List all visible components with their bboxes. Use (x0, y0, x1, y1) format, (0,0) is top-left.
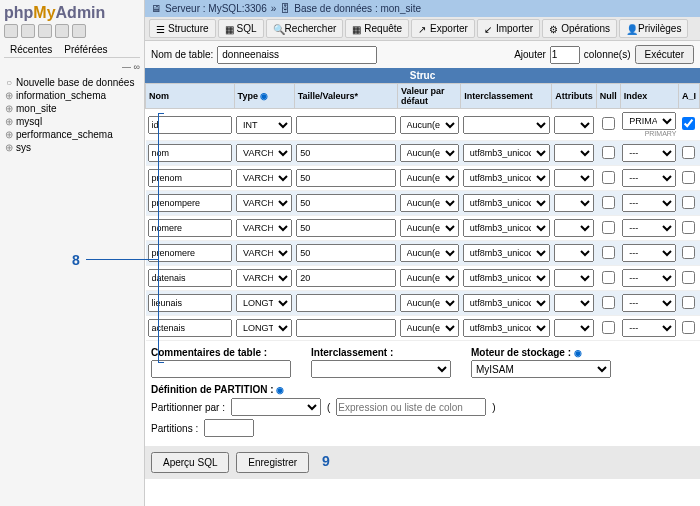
help-icon[interactable]: ◉ (276, 385, 284, 395)
col-size-input[interactable] (296, 194, 395, 212)
col-attr-select[interactable] (554, 244, 595, 262)
col-default-select[interactable]: Aucun(e) (400, 244, 459, 262)
col-index-select[interactable]: --- (622, 169, 676, 187)
tab-import[interactable]: ↙Importer (477, 19, 540, 38)
col-size-input[interactable] (296, 319, 395, 337)
col-index-select[interactable]: PRIMARY (622, 112, 676, 130)
col-null-checkbox[interactable] (602, 171, 615, 184)
col-null-checkbox[interactable] (602, 196, 615, 209)
col-default-select[interactable]: Aucun(e) (400, 194, 459, 212)
help-icon[interactable]: ◉ (260, 91, 268, 101)
col-size-input[interactable] (296, 169, 395, 187)
col-ai-checkbox[interactable] (682, 196, 695, 209)
tab-export[interactable]: ↗Exporter (411, 19, 475, 38)
col-attr-select[interactable] (554, 269, 595, 287)
col-attr-select[interactable] (554, 169, 595, 187)
help-icon[interactable]: ◉ (574, 348, 582, 358)
tab-privileges[interactable]: 👤Privilèges (619, 19, 688, 38)
col-ai-checkbox[interactable] (682, 271, 695, 284)
settings-icon[interactable] (55, 24, 69, 38)
col-default-select[interactable]: Aucun(e) (400, 269, 459, 287)
col-default-select[interactable]: Aucun(e) (400, 144, 459, 162)
search-toggle[interactable]: — ∞ (4, 62, 140, 72)
col-type-select[interactable]: VARCHAR (236, 219, 292, 237)
logout-icon[interactable] (21, 24, 35, 38)
col-ai-checkbox[interactable] (682, 171, 695, 184)
col-ai-checkbox[interactable] (682, 221, 695, 234)
col-ai-checkbox[interactable] (682, 117, 695, 130)
tab-operations[interactable]: ⚙Opérations (542, 19, 617, 38)
col-null-checkbox[interactable] (602, 296, 615, 309)
col-default-select[interactable]: Aucun(e) (400, 116, 459, 134)
col-null-checkbox[interactable] (602, 146, 615, 159)
col-index-select[interactable]: --- (622, 319, 676, 337)
tree-db-item[interactable]: ⊕mysql (4, 115, 140, 128)
breadcrumb-db[interactable]: Base de données : mon_site (294, 3, 421, 14)
col-type-select[interactable]: VARCHAR (236, 194, 292, 212)
col-ai-checkbox[interactable] (682, 296, 695, 309)
col-default-select[interactable]: Aucun(e) (400, 294, 459, 312)
col-ai-checkbox[interactable] (682, 146, 695, 159)
partition-expr-input[interactable] (336, 398, 486, 416)
col-attr-select[interactable] (554, 219, 595, 237)
col-index-select[interactable]: --- (622, 269, 676, 287)
col-collation-select[interactable]: utf8mb3_unicode (463, 194, 550, 212)
add-count-input[interactable] (550, 46, 580, 64)
col-null-checkbox[interactable] (602, 117, 615, 130)
col-collation-select[interactable]: utf8mb3_unicode (463, 319, 550, 337)
tab-sql[interactable]: ▦SQL (218, 19, 264, 38)
engine-select[interactable]: MyISAM (471, 360, 611, 378)
col-size-input[interactable] (296, 144, 395, 162)
docs-icon[interactable] (38, 24, 52, 38)
col-size-input[interactable] (296, 294, 395, 312)
tab-search[interactable]: 🔍Rechercher (266, 19, 344, 38)
tree-db-item[interactable]: ⊕information_schema (4, 89, 140, 102)
tree-db-item[interactable]: ⊕mon_site (4, 102, 140, 115)
col-index-select[interactable]: --- (622, 219, 676, 237)
col-ai-checkbox[interactable] (682, 246, 695, 259)
col-collation-select[interactable] (463, 116, 550, 134)
col-size-input[interactable] (296, 116, 395, 134)
logo[interactable]: phpMyAdmin (4, 4, 140, 22)
collation-select[interactable] (311, 360, 451, 378)
tab-recent[interactable]: Récentes (4, 42, 58, 57)
col-null-checkbox[interactable] (602, 321, 615, 334)
col-collation-select[interactable]: utf8mb3_unicode (463, 269, 550, 287)
col-attr-select[interactable] (554, 194, 595, 212)
col-collation-select[interactable]: utf8mb3_unicode (463, 169, 550, 187)
col-type-select[interactable]: LONGTEXT (236, 319, 292, 337)
tab-query[interactable]: ▦Requête (345, 19, 409, 38)
col-attr-select[interactable] (554, 116, 595, 134)
tab-fav[interactable]: Préférées (58, 42, 113, 57)
col-type-select[interactable]: VARCHAR (236, 269, 292, 287)
tree-db-item[interactable]: ⊕sys (4, 141, 140, 154)
save-button[interactable]: Enregistrer (236, 452, 309, 473)
preview-sql-button[interactable]: Aperçu SQL (151, 452, 229, 473)
col-size-input[interactable] (296, 244, 395, 262)
col-null-checkbox[interactable] (602, 271, 615, 284)
col-ai-checkbox[interactable] (682, 321, 695, 334)
breadcrumb-server[interactable]: Serveur : MySQL:3306 (165, 3, 267, 14)
partition-by-select[interactable] (231, 398, 321, 416)
execute-button[interactable]: Exécuter (635, 45, 694, 64)
col-index-select[interactable]: --- (622, 144, 676, 162)
col-default-select[interactable]: Aucun(e) (400, 169, 459, 187)
col-default-select[interactable]: Aucun(e) (400, 219, 459, 237)
col-size-input[interactable] (296, 219, 395, 237)
col-attr-select[interactable] (554, 319, 595, 337)
col-type-select[interactable]: VARCHAR (236, 169, 292, 187)
col-index-select[interactable]: --- (622, 244, 676, 262)
col-type-select[interactable]: VARCHAR (236, 144, 292, 162)
col-null-checkbox[interactable] (602, 221, 615, 234)
home-icon[interactable] (4, 24, 18, 38)
col-type-select[interactable]: LONGTEXT (236, 294, 292, 312)
col-collation-select[interactable]: utf8mb3_unicode (463, 244, 550, 262)
col-null-checkbox[interactable] (602, 246, 615, 259)
partitions-input[interactable] (204, 419, 254, 437)
col-collation-select[interactable]: utf8mb3_unicode (463, 144, 550, 162)
col-default-select[interactable]: Aucun(e) (400, 319, 459, 337)
tree-db-item[interactable]: ⊕performance_schema (4, 128, 140, 141)
tree-new-db[interactable]: ○Nouvelle base de données (4, 76, 140, 89)
tab-structure[interactable]: ☰Structure (149, 19, 216, 38)
col-size-input[interactable] (296, 269, 395, 287)
